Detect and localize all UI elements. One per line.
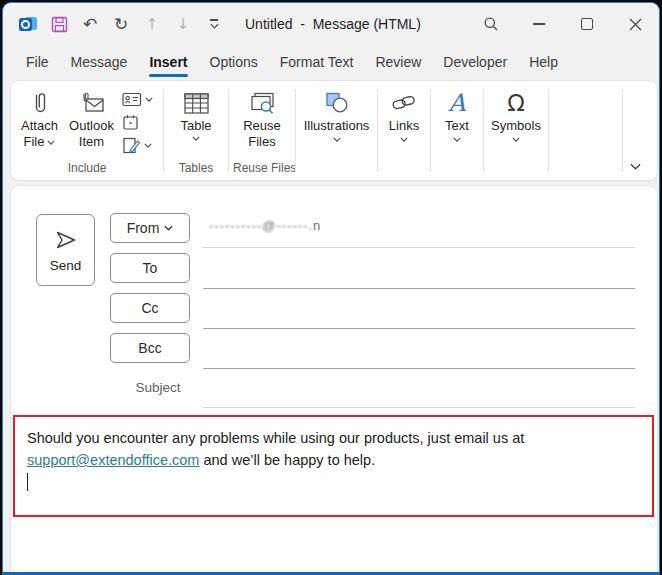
outlook-app-icon[interactable] (19, 13, 37, 35)
envelope-paperclip-icon (78, 88, 106, 118)
title-bar: ↶ ↻ ↑ ↓ Untitled - Message (HTML) (3, 3, 659, 45)
calendar-icon (122, 114, 139, 131)
tab-developer[interactable]: Developer (432, 47, 518, 77)
chevron-down-icon (630, 163, 641, 170)
collapse-ribbon-button[interactable] (625, 158, 645, 174)
illustrations-button[interactable]: Illustrations (296, 81, 377, 180)
chevron-down-icon (400, 137, 408, 142)
tab-format-text[interactable]: Format Text (269, 47, 365, 77)
group-label-tables: Tables (164, 161, 228, 180)
body-text-after-link: and we’ll be happy to help. (199, 452, 375, 468)
screenshot-stage: ↶ ↻ ↑ ↓ Untitled - Message (HTML) (0, 0, 662, 575)
tab-review[interactable]: Review (364, 47, 432, 77)
attach-file-label-line1: Attach (21, 118, 58, 134)
calendar-button[interactable] (122, 113, 153, 132)
move-up-button-disabled: ↑ (143, 13, 161, 35)
maximize-icon (581, 18, 593, 30)
search-button[interactable] (467, 3, 515, 45)
caption-controls (467, 3, 659, 45)
table-grid-icon (184, 88, 209, 118)
tab-file[interactable]: File (15, 47, 60, 77)
ribbon-group-include: Attach File (11, 81, 163, 180)
customize-qat-button[interactable] (205, 13, 223, 35)
outlook-item-label-line1: Outlook (69, 118, 114, 134)
qat-overflow-icon (210, 19, 219, 28)
links-button[interactable]: Links (378, 81, 430, 180)
send-plane-icon (53, 228, 79, 252)
outlook-item-button[interactable]: Outlook Item (66, 81, 118, 161)
bcc-field-line[interactable] (203, 368, 635, 369)
ribbon-group-separator (622, 89, 623, 172)
reuse-files-label-line1: Reuse (243, 118, 281, 134)
close-icon (629, 18, 642, 31)
save-button[interactable] (50, 13, 68, 35)
redacted-email: ----------@------. (209, 218, 313, 233)
maximize-button[interactable] (563, 3, 611, 45)
close-button[interactable] (611, 3, 659, 45)
shapes-icon (324, 88, 350, 118)
table-button[interactable]: Table (170, 81, 222, 161)
subject-label: Subject (123, 380, 193, 395)
cc-button[interactable]: Cc (110, 293, 190, 323)
chevron-down-icon (192, 136, 200, 141)
ribbon-group-tables: Table Tables (164, 81, 228, 180)
letter-a-icon: A (448, 88, 465, 118)
links-label: Links (389, 118, 419, 134)
subject-field-line[interactable] (203, 407, 635, 408)
from-label: From (127, 220, 160, 236)
tab-options[interactable]: Options (199, 47, 269, 77)
bcc-label: Bcc (138, 340, 161, 356)
business-card-icon (122, 92, 142, 107)
tab-message[interactable]: Message (60, 47, 139, 77)
signature-button[interactable] (122, 136, 153, 155)
chevron-down-icon (512, 137, 520, 142)
window-title: Untitled - Message (HTML) (245, 16, 421, 32)
bcc-button[interactable]: Bcc (110, 333, 190, 363)
tab-insert[interactable]: Insert (138, 47, 198, 77)
reuse-files-button[interactable]: Reuse Files (232, 81, 292, 161)
chevron-down-icon (164, 225, 173, 231)
symbols-label: Symbols (491, 118, 541, 134)
minimize-button[interactable] (515, 3, 563, 45)
omega-icon: Ω (507, 88, 525, 118)
message-body-editor[interactable]: Should you encounter any problems while … (13, 415, 654, 517)
redo-icon: ↻ (114, 16, 128, 33)
body-text-before-link: Should you encounter any problems while … (27, 430, 524, 446)
reuse-files-label-line2: Files (248, 134, 275, 150)
text-button[interactable]: A Text (431, 81, 483, 180)
outlook-message-window: ↶ ↻ ↑ ↓ Untitled - Message (HTML) (2, 2, 660, 575)
save-icon (51, 16, 68, 33)
support-email-link[interactable]: support@extendoffice.com (27, 452, 199, 468)
tab-help[interactable]: Help (518, 47, 569, 77)
chevron-down-icon (333, 137, 341, 142)
from-button[interactable]: From (110, 213, 190, 243)
chevron-down-icon (47, 140, 55, 145)
send-button[interactable]: Send (36, 214, 95, 286)
from-address-value: ----------@------.n (209, 218, 321, 233)
undo-button[interactable]: ↶ (81, 13, 99, 35)
chevron-down-icon (144, 143, 152, 148)
ribbon: Attach File (11, 81, 657, 180)
reuse-files-icon (249, 88, 275, 118)
business-card-button[interactable] (122, 90, 153, 109)
text-label: Text (445, 118, 469, 134)
to-field-line[interactable] (203, 288, 635, 289)
paperclip-icon (29, 88, 51, 118)
arrow-down-icon: ↓ (177, 17, 190, 32)
attach-file-label-line2: File (24, 134, 45, 150)
attach-file-button[interactable]: Attach File (14, 81, 66, 161)
redo-button[interactable]: ↻ (112, 13, 130, 35)
symbols-button[interactable]: Ω Symbols (484, 81, 548, 180)
signature-icon (122, 137, 141, 154)
chevron-down-icon (453, 137, 461, 142)
text-cursor (27, 473, 28, 491)
to-label: To (143, 260, 158, 276)
cc-field-line[interactable] (203, 328, 635, 329)
to-button[interactable]: To (110, 253, 190, 283)
move-down-button-disabled: ↓ (174, 13, 192, 35)
ribbon-tab-strip: File Message Insert Options Format Text … (3, 45, 659, 79)
from-field-line[interactable] (203, 247, 635, 248)
send-label: Send (50, 258, 82, 273)
group-label-include: Include (11, 161, 163, 180)
outlook-logo-icon (19, 16, 37, 33)
